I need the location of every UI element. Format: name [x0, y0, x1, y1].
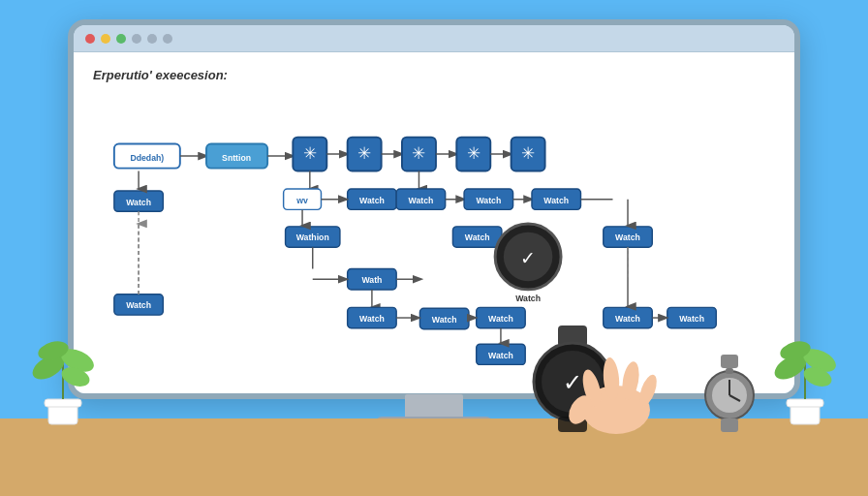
svg-rect-89 [726, 368, 733, 374]
dot-gray-3 [163, 34, 172, 44]
watch-node-rbtm-1: Watch [615, 314, 640, 324]
watch-node-center-btm: Watch [488, 314, 513, 324]
monitor-content: Erperutio' exeecesion: Ddedah) Snttion ✳ [74, 52, 794, 393]
watch-node-btm-left: Watch [126, 300, 151, 310]
start-node-label: Ddedah) [130, 153, 164, 163]
wv-node: wv [295, 196, 308, 205]
plant-right [771, 324, 839, 430]
watch-node-row3-2: Watch [359, 314, 385, 324]
watch-node-rbtm-2: Watch [679, 314, 704, 324]
dot-yellow [101, 34, 110, 44]
watch-node-mid: Watch [465, 232, 490, 242]
wathion-node: Wathion [296, 232, 329, 242]
svg-rect-84 [721, 355, 738, 368]
watch-small-decoration [703, 355, 757, 436]
section-node-label: Snttion [222, 153, 251, 163]
svg-text:✳: ✳ [303, 143, 317, 163]
watch-node-right: Watch [615, 232, 640, 242]
dot-gray-2 [147, 34, 157, 44]
svg-text:✳: ✳ [521, 143, 535, 163]
watch-node-3: Watch [408, 196, 433, 205]
watch-node-very-btm: Watch [488, 351, 513, 360]
watch-node-4: Watch [476, 196, 501, 205]
diagram-title: Erperutio' exeecesion: [93, 68, 775, 82]
svg-rect-90 [721, 418, 738, 432]
svg-text:✳: ✳ [467, 143, 480, 163]
watch-node-2: Watch [359, 196, 385, 205]
scene: Erperutio' exeecesion: Ddedah) Snttion ✳ [0, 0, 868, 496]
svg-text:✳: ✳ [357, 143, 371, 163]
svg-rect-60 [45, 399, 81, 407]
plant-left [29, 324, 97, 430]
hand-decoration [553, 352, 689, 443]
watch-node-row3-1: Watch [432, 315, 457, 325]
dot-gray-1 [132, 34, 141, 44]
svg-text:✓: ✓ [520, 247, 536, 268]
wath-node: Wath [361, 275, 382, 285]
dot-red [85, 34, 95, 44]
monitor-topbar [74, 25, 794, 52]
monitor: Erperutio' exeecesion: Ddedah) Snttion ✳ [68, 19, 800, 399]
dot-green [116, 34, 126, 44]
watch-node-5: Watch [543, 196, 569, 205]
svg-rect-67 [787, 399, 823, 407]
flowchart-svg: Ddedah) Snttion ✳ ✳ ✳ ✳ [93, 92, 775, 365]
watch-label-circle: Watch [515, 294, 541, 303]
watch-node-1: Watch [126, 198, 151, 207]
svg-text:✳: ✳ [412, 143, 425, 163]
